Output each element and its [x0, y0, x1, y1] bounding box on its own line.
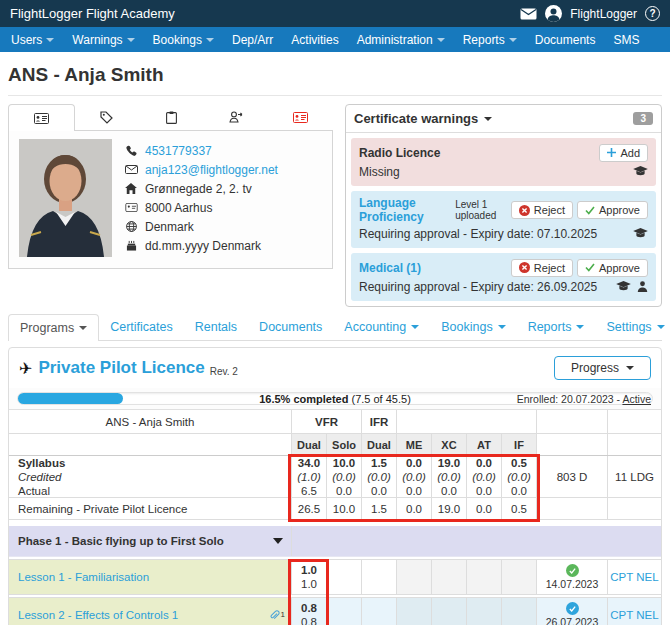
- profile-card: 4531779337 anja123@flightlogger.net Grøn…: [8, 104, 333, 307]
- chevron-down-icon: [206, 38, 214, 42]
- reject-icon: [519, 262, 530, 273]
- tab-settings[interactable]: Settings: [595, 314, 670, 340]
- reject-icon: [519, 205, 530, 216]
- warning-count-badge: 3: [633, 112, 653, 125]
- tab-programs[interactable]: Programs: [8, 314, 99, 341]
- instructor-link[interactable]: CPT NEL: [610, 571, 658, 583]
- tab-user-actions[interactable]: [204, 104, 269, 130]
- tab-bookings[interactable]: Bookings: [430, 314, 516, 340]
- nav-reports[interactable]: Reports: [454, 27, 526, 52]
- main-nav: Users Warnings Bookings Dep/Arr Activiti…: [0, 27, 670, 52]
- table-column-header: Dual Solo Dual ME XC AT IF: [9, 434, 661, 456]
- messages-icon[interactable]: [520, 8, 537, 20]
- avatar[interactable]: [545, 5, 562, 22]
- approve-icon: [585, 263, 595, 272]
- tab-reports[interactable]: Reports: [517, 314, 596, 340]
- globe-icon: [124, 221, 138, 232]
- approve-button[interactable]: Approve: [577, 259, 648, 277]
- nav-sms[interactable]: SMS: [604, 27, 648, 52]
- approve-button[interactable]: Approve: [577, 201, 648, 219]
- app-brand[interactable]: FlightLogger Flight Academy: [10, 6, 175, 21]
- home-icon: [124, 183, 138, 194]
- nav-dep-arr[interactable]: Dep/Arr: [223, 27, 282, 52]
- collapse-phase-icon[interactable]: [273, 538, 283, 544]
- envelope-icon: [124, 165, 138, 174]
- contact-email: anja123@flightlogger.net: [124, 160, 278, 179]
- check-circle-icon: [566, 564, 579, 577]
- reject-button[interactable]: Reject: [511, 259, 573, 277]
- contact-city: 8000 Aarhus: [124, 198, 278, 217]
- syllabus-table: ANS - Anja Smith VFR IFR Dual Solo Dual …: [9, 410, 661, 625]
- nav-activities[interactable]: Activities: [282, 27, 347, 52]
- id-card-icon: [124, 203, 138, 212]
- program-title[interactable]: Private Pilot Licence: [38, 358, 204, 378]
- help-icon[interactable]: ?: [645, 6, 660, 21]
- tab-clipboard[interactable]: [139, 104, 204, 130]
- chevron-down-icon: [657, 325, 665, 329]
- tab-certificate-warnings[interactable]: [268, 104, 333, 130]
- table-group-header: ANS - Anja Smith VFR IFR: [9, 410, 661, 434]
- contact-country: Denmark: [124, 217, 278, 236]
- chevron-down-icon: [576, 325, 584, 329]
- approve-icon: [585, 206, 595, 215]
- user-icon: [637, 281, 648, 292]
- contact-birthday: dd.mm.yyyy Denmark: [124, 236, 278, 255]
- active-status-link[interactable]: Active: [622, 393, 651, 405]
- graduation-cap-icon: [633, 166, 648, 177]
- attachment-icon[interactable]: 1: [269, 610, 285, 621]
- nav-users[interactable]: Users: [2, 27, 63, 52]
- phase-row: Phase 1 - Basic flying up to First Solo: [9, 526, 661, 557]
- syllabus-row: Syllabus Credited Actual 34.0(1.0)6.5 10…: [9, 456, 661, 498]
- certificate-warnings-panel: Certificate warnings 3 Radio Licence Add…: [345, 104, 662, 307]
- chevron-down-icon: [626, 366, 634, 370]
- tab-documents[interactable]: Documents: [248, 314, 333, 340]
- completion-date: 14.07.2023: [536, 560, 607, 594]
- nav-administration[interactable]: Administration: [348, 27, 454, 52]
- remaining-row: Remaining - Private Pilot Licence 26.5 1…: [9, 498, 661, 520]
- profile-photo: [19, 139, 112, 257]
- nav-warnings[interactable]: Warnings: [63, 27, 143, 52]
- lesson-link[interactable]: Lesson 2 - Effects of Controls 1: [18, 609, 178, 621]
- user-arrow-icon: [229, 111, 243, 123]
- profile-tabs: [8, 104, 333, 131]
- contact-phone: 4531779337: [124, 141, 278, 160]
- lesson-row: Lesson 1 - Familiarisation 1.01.0 14.07.…: [9, 559, 661, 595]
- tab-accounting[interactable]: Accounting: [333, 314, 430, 340]
- lesson-link[interactable]: Lesson 1 - Familiarisation: [18, 571, 149, 583]
- phone-link[interactable]: 4531779337: [145, 144, 212, 158]
- id-card-warning-icon: [293, 112, 308, 123]
- chevron-down-icon: [437, 38, 445, 42]
- progress-button[interactable]: Progress: [554, 356, 651, 380]
- airplane-icon: ✈: [19, 359, 32, 378]
- block-time: 803 D: [536, 456, 607, 498]
- certificate-warnings-header[interactable]: Certificate warnings 3: [346, 105, 661, 133]
- nav-bookings[interactable]: Bookings: [144, 27, 223, 52]
- reject-button[interactable]: Reject: [511, 201, 573, 219]
- student-name: ANS - Anja Smith: [9, 410, 291, 433]
- contact-address: Grønnegade 2, 2. tv: [124, 179, 278, 198]
- tab-certificates[interactable]: Certificates: [99, 314, 184, 340]
- warning-radio-licence: Radio Licence Add Missing: [351, 138, 656, 186]
- phone-icon: [124, 145, 138, 157]
- language-proficiency-link[interactable]: Language Proficiency: [359, 196, 450, 224]
- warning-language-proficiency: Language Proficiency Level 1 uploaded Re…: [351, 191, 656, 248]
- lesson-row: Lesson 2 - Effects of Controls 1 1 0.80.…: [9, 597, 661, 625]
- clipboard-icon: [166, 111, 177, 124]
- contact-info: 4531779337 anja123@flightlogger.net Grøn…: [124, 139, 278, 260]
- plus-icon: [607, 148, 616, 157]
- medical-link[interactable]: Medical (1): [359, 261, 421, 275]
- user-name[interactable]: FlightLogger: [570, 7, 637, 21]
- add-button[interactable]: Add: [599, 144, 648, 162]
- top-bar: FlightLogger Flight Academy FlightLogger…: [0, 0, 670, 27]
- tab-tags[interactable]: [75, 104, 140, 130]
- instructor-link[interactable]: CPT NEL: [610, 609, 658, 621]
- landings: 11 LDG: [607, 456, 661, 498]
- tab-rentals[interactable]: Rentals: [184, 314, 248, 340]
- id-card-icon: [34, 113, 49, 124]
- tab-id-card[interactable]: [8, 104, 75, 131]
- nav-documents[interactable]: Documents: [526, 27, 605, 52]
- tag-icon: [100, 111, 113, 124]
- email-link[interactable]: anja123@flightlogger.net: [145, 163, 278, 177]
- section-tabs: Programs Certificates Rentals Documents …: [8, 313, 662, 341]
- chevron-down-icon: [484, 117, 492, 121]
